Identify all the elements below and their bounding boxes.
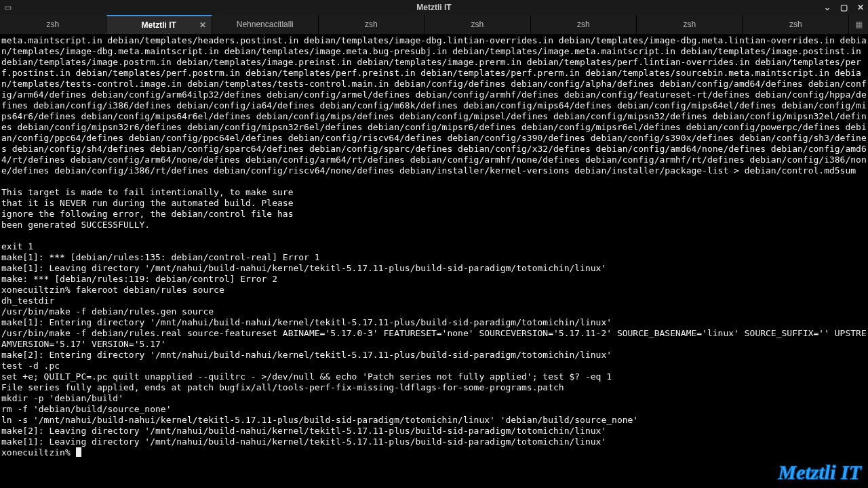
window-controls: ⌄ ▢ ✕ <box>783 3 864 12</box>
tab-zsh-2[interactable]: zsh <box>319 15 425 34</box>
output-line: set +e; QUILT_PC=.pc quilt unapplied --q… <box>1 371 612 382</box>
window-title: Metztli IT <box>85 3 783 12</box>
tab-label: zsh <box>683 20 696 29</box>
output-line: ln -s '/mnt/nahui/build-nahui/kernel/tek… <box>1 415 638 425</box>
tab-nehnencacitlalli[interactable]: Nehnencacitlalli <box>212 15 319 34</box>
output-line: make[1]: Leaving directory '/mnt/nahui/b… <box>1 436 606 447</box>
tab-metztli-it[interactable]: Metztli IT ✕ <box>106 15 213 34</box>
watermark-logo: Metztli IT <box>778 461 861 484</box>
close-button[interactable]: ✕ <box>857 3 864 12</box>
tab-label: zsh <box>577 20 590 29</box>
output-line: dh_testdir <box>1 296 54 306</box>
output-line: been generated SUCCESSFULLY. <box>1 220 150 230</box>
app-menu-icon[interactable]: ▭ <box>4 3 12 12</box>
minimize-button[interactable]: ⌄ <box>824 3 831 12</box>
output-line: test -d .pc <box>1 361 60 371</box>
tab-bar: zsh Metztli IT ✕ Nehnencacitlalli zsh zs… <box>0 15 868 34</box>
terminal-output[interactable]: meta.maintscript.in debian/templates/hea… <box>0 34 868 460</box>
output-line: exit 1 <box>1 241 33 251</box>
output-line: rm -f 'debian/build/source_none' <box>1 404 171 414</box>
output-line: /usr/bin/make -f debian/rules.real sourc… <box>1 328 867 349</box>
tab-label: zsh <box>471 20 484 29</box>
output-line: make: *** [debian/rules:119: debian/cont… <box>1 274 277 284</box>
output-line: ignore the following error, the debian/c… <box>1 209 293 219</box>
output-line: make[1]: Leaving directory '/mnt/nahui/b… <box>1 263 606 273</box>
output-line: /usr/bin/make -f debian/rules.gen source <box>1 306 214 317</box>
output-line: meta.maintscript.in debian/templates/hea… <box>1 35 867 176</box>
titlebar-left: ▭ <box>4 3 85 12</box>
output-line: This target is made to fail intentionall… <box>1 187 293 197</box>
tab-zsh-6[interactable]: zsh <box>743 15 850 34</box>
prompt-line: xonecuiltzin% fakeroot debian/rules sour… <box>1 285 224 295</box>
cursor-icon <box>76 447 81 457</box>
output-line: make[1]: *** [debian/rules:135: debian/c… <box>1 252 320 262</box>
output-line: make[2]: Leaving directory '/mnt/nahui/b… <box>1 426 606 436</box>
tab-label: zsh <box>365 20 378 29</box>
tab-label: Nehnencacitlalli <box>237 20 294 29</box>
tab-zsh-3[interactable]: zsh <box>425 15 531 34</box>
tab-close-icon[interactable]: ✕ <box>199 20 206 30</box>
output-line: make[1]: Entering directory '/mnt/nahui/… <box>1 317 612 327</box>
tab-overview-icon[interactable]: ▦ <box>849 15 868 34</box>
tab-label: zsh <box>789 20 802 29</box>
output-line: File series fully applied, ends at patch… <box>1 382 564 392</box>
tab-zsh-1[interactable]: zsh <box>0 15 106 34</box>
prompt-line: xonecuiltzin% <box>1 447 76 458</box>
output-line: that it is NEVER run during the automate… <box>1 198 293 208</box>
tab-label: Metztli IT <box>142 20 176 30</box>
output-line: make[2]: Entering directory '/mnt/nahui/… <box>1 350 612 360</box>
window-titlebar: ▭ Metztli IT ⌄ ▢ ✕ <box>0 0 868 15</box>
output-line: mkdir -p 'debian/build' <box>1 393 123 403</box>
tab-zsh-4[interactable]: zsh <box>531 15 637 34</box>
tab-label: zsh <box>46 20 59 29</box>
tab-zsh-5[interactable]: zsh <box>637 15 743 34</box>
maximize-button[interactable]: ▢ <box>840 3 848 12</box>
